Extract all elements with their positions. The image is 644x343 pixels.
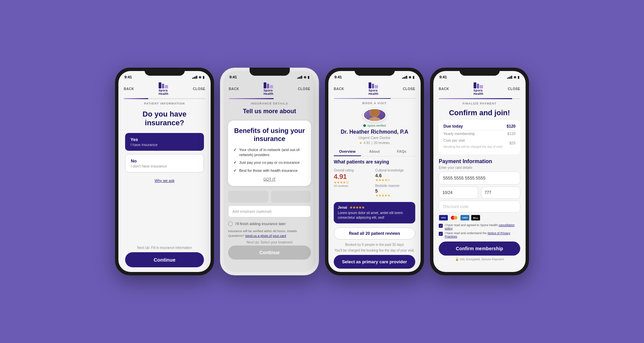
bar4 — [196, 76, 197, 79]
signal-icon-3 — [402, 75, 407, 79]
tab-faqs[interactable]: FAQs — [388, 147, 415, 156]
benefit-1: ✓ Your choice of in-network (and out-of-… — [233, 147, 306, 158]
charge-note: You'll be charged the booking fee the da… — [328, 248, 421, 254]
verified-dot — [363, 124, 366, 127]
logo-2: SporaHealth — [264, 82, 273, 95]
battery-icon-3: ▮ — [413, 75, 415, 79]
doctor-name: Dr. Heather Richmond, P.A — [328, 129, 421, 135]
nav-bar-1: BACK SporaHealth CLOSE — [118, 80, 211, 98]
amex-logo: AMEX — [460, 215, 470, 221]
svg-rect-0 — [159, 82, 161, 88]
tab-about[interactable]: About — [361, 147, 388, 156]
logo-text-3: SporaHealth — [369, 89, 378, 95]
next-up-1: Next Up: Fill in insurance information — [125, 246, 204, 250]
mc-svg — [450, 215, 458, 220]
time-1: 9:41 — [124, 75, 132, 79]
form-area-2: Add employer (optional) — [223, 189, 316, 220]
bar3-4 — [406, 76, 407, 79]
logo-text-1: SporaHealth — [159, 89, 168, 95]
review-text: Lorem ipsum dolor sit amet, amlet elit l… — [338, 211, 411, 220]
battery-icon-1: ▮ — [203, 75, 205, 79]
apple-pay-logo: ⌘Pay — [471, 215, 480, 221]
svg-rect-8 — [375, 85, 378, 88]
doctor-avatar — [363, 108, 386, 122]
review-card: Jenai ★★★★★ Lorem ipsum dolor sit amet, … — [334, 202, 415, 223]
status-icons-3: ⊛ ▮ — [402, 75, 415, 79]
status-icons-4: ⊛ ▮ — [507, 75, 520, 79]
employer-placeholder: Add employer (optional) — [232, 209, 272, 213]
checkbox-2[interactable]: ✓ — [439, 232, 443, 236]
no-option-sub: I don't have insurance — [131, 164, 198, 168]
step-label-2: INSURANCE DETAILS — [223, 99, 316, 107]
expiry-input[interactable]: 10/24 — [439, 187, 478, 199]
bedside-number: 5 — [375, 188, 416, 194]
back-button-2[interactable]: BACK — [229, 87, 239, 91]
notch-2 — [250, 68, 290, 76]
back-button-3[interactable]: BACK — [334, 87, 344, 91]
send-photo-link[interactable]: Send us a photo of your card — [245, 234, 286, 237]
employer-input[interactable]: Add employer (optional) — [228, 205, 311, 217]
payment-title: Payment Information — [433, 157, 526, 166]
finish-later-option[interactable]: I'll finish adding insurance later — [223, 220, 316, 227]
why-ask-link[interactable]: Why we ask — [118, 177, 211, 185]
wifi-icon-4: ⊛ — [514, 75, 516, 79]
phone-3: 9:41 ⊛ ▮ BACK — [325, 68, 424, 275]
screen-4: 9:41 ⊛ ▮ BACK — [433, 71, 526, 272]
close-button-1[interactable]: CLOSE — [193, 87, 205, 91]
cost-value: $25 — [509, 141, 516, 145]
cultural-label: Cultural knowledge — [375, 168, 416, 172]
yearly-value: $120 — [507, 132, 516, 136]
close-button-3[interactable]: CLOSE — [403, 87, 415, 91]
form-input-1[interactable] — [228, 191, 268, 203]
discount-code-input[interactable]: Discount code — [439, 201, 520, 213]
continue-button-1[interactable]: Continue — [125, 252, 204, 267]
rating-value: 4.91 — [364, 141, 370, 145]
notch-4 — [460, 68, 500, 76]
time-3: 9:41 — [334, 75, 342, 79]
verified-text: Spora verified — [367, 124, 386, 127]
logo-1: SporaHealth — [159, 82, 168, 95]
checkbox-1[interactable]: ✓ — [439, 224, 443, 228]
booked-text: Booked by 5 people in the past 30 days — [328, 242, 421, 248]
svg-rect-1 — [162, 84, 164, 88]
form-input-2[interactable] — [271, 191, 311, 203]
read-reviews-button[interactable]: Read all 20 patient reviews — [334, 227, 415, 239]
back-button-4[interactable]: BACK — [439, 87, 449, 91]
bar4-1 — [507, 78, 508, 79]
screen-3: 9:41 ⊛ ▮ BACK — [328, 71, 421, 272]
yes-insurance-option[interactable]: Yes I have insurance — [125, 133, 204, 151]
bottom-area-1: Next Up: Fill in insurance information C… — [118, 243, 211, 272]
battery-icon-2: ▮ — [308, 75, 310, 79]
confirm-membership-button[interactable]: Confirm membership — [439, 242, 520, 256]
svg-rect-13 — [477, 84, 479, 88]
logo-text-4: SporaHealth — [474, 89, 483, 95]
got-it-button[interactable]: GOT IT — [233, 177, 306, 181]
close-button-2[interactable]: CLOSE — [298, 87, 310, 91]
no-insurance-option[interactable]: No I don't have insurance — [125, 154, 204, 173]
insurance-question-title: Do you have insurance? — [118, 107, 211, 133]
doctor-face — [364, 109, 385, 121]
check-2: ✓ — [233, 160, 236, 165]
signal-icon-4 — [507, 75, 512, 79]
select-provider-button[interactable]: Select as primary care provider — [334, 255, 415, 269]
due-today-row: Due today $120 — [443, 124, 516, 129]
due-today-label: Due today — [443, 124, 463, 129]
close-button-4[interactable]: CLOSE — [508, 87, 520, 91]
battery-icon-4: ▮ — [518, 75, 520, 79]
divider-1 — [443, 130, 516, 130]
overall-number: 4.91 — [334, 173, 374, 181]
cvv-input[interactable]: 777 — [481, 187, 521, 199]
svg-point-10 — [367, 117, 382, 122]
notch-3 — [355, 68, 395, 76]
tab-overview[interactable]: Overview — [334, 147, 361, 156]
bar3-3 — [405, 76, 406, 79]
logo-text-2: SporaHealth — [264, 89, 273, 95]
card-number-input[interactable]: 5555 5555 5555 5555 — [439, 172, 520, 185]
benefits-modal: Benefits of using your insurance ✓ Your … — [228, 121, 311, 186]
verified-badge: Spora verified — [328, 124, 421, 127]
wifi-icon-3: ⊛ — [409, 75, 411, 79]
back-button-1[interactable]: BACK — [124, 87, 134, 91]
check-3: ✓ — [233, 168, 236, 173]
bar2 — [194, 77, 195, 79]
visa-logo: VISA — [439, 215, 448, 221]
